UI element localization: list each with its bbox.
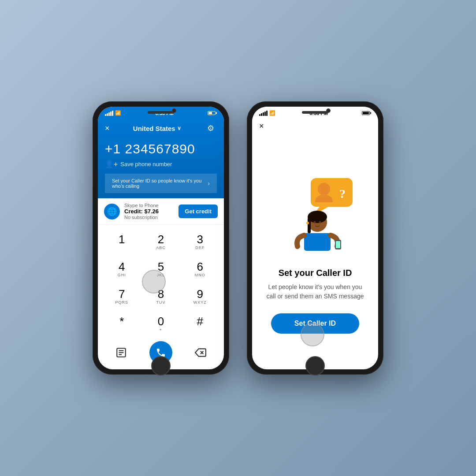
dialer-nav: × United States ∨ ⚙ bbox=[105, 118, 217, 138]
left-phone: 📶 6:36 PM × United States ∨ ⚙ bbox=[93, 101, 229, 375]
svg-point-18 bbox=[319, 221, 321, 223]
credit-info-left: 🌐 Skype to Phone Credit: $7.26 No subscr… bbox=[104, 203, 159, 220]
dial-key-1[interactable]: 1 bbox=[102, 228, 141, 256]
dial-key-0[interactable]: 0+ bbox=[141, 310, 181, 338]
home-button-left[interactable] bbox=[151, 356, 171, 376]
signal-bar-r1 bbox=[259, 114, 260, 116]
save-number-label: Save phone number bbox=[120, 161, 172, 167]
dial-key-4[interactable]: 4ghi bbox=[102, 256, 141, 283]
battery-icon-right bbox=[362, 111, 371, 115]
close-button-left[interactable]: × bbox=[105, 124, 110, 132]
get-credit-button[interactable]: Get credit bbox=[178, 205, 218, 218]
signal-bars bbox=[105, 111, 113, 116]
phone-number-display: +1 234567890 bbox=[105, 138, 217, 158]
dial-key-2[interactable]: 2abc bbox=[141, 228, 181, 256]
phone-camera-right bbox=[326, 108, 331, 113]
left-phone-screen: 📶 6:36 PM × United States ∨ ⚙ bbox=[98, 107, 224, 369]
contacts-button[interactable] bbox=[112, 343, 131, 362]
callerid-illustration: ? bbox=[271, 169, 359, 257]
phone-speaker-right bbox=[302, 111, 328, 114]
signal-bar-4 bbox=[110, 112, 112, 116]
signal-bar-5 bbox=[112, 111, 113, 116]
dial-key-9[interactable]: 9wxyz bbox=[180, 283, 219, 310]
banner-chevron-icon: › bbox=[208, 180, 210, 187]
signal-bar-r4 bbox=[264, 112, 266, 116]
dial-key-8[interactable]: 8tuv bbox=[141, 283, 181, 310]
chevron-down-icon: ∨ bbox=[177, 125, 181, 131]
signal-bar-r5 bbox=[266, 111, 268, 116]
credit-details: Skype to Phone Credit: $7.26 No subscrip… bbox=[124, 203, 159, 220]
credit-subscription: No subscription bbox=[124, 215, 159, 220]
set-callerid-button[interactable]: Set Caller ID bbox=[271, 313, 359, 334]
right-phone: 📶 6:36 PM × bbox=[247, 101, 383, 375]
banner-text: Set your Caller ID so people know it's y… bbox=[112, 178, 208, 189]
callerid-description: Let people know it's you when you call o… bbox=[265, 283, 365, 301]
credit-amount: Credit: $7.26 bbox=[124, 208, 159, 215]
callerid-header: × bbox=[252, 118, 378, 134]
dial-key-6[interactable]: 6mno bbox=[180, 256, 219, 283]
signal-bar-2 bbox=[107, 113, 108, 116]
status-left: 📶 bbox=[105, 110, 121, 116]
dial-key-7[interactable]: 7pqrs bbox=[102, 283, 141, 310]
svg-point-16 bbox=[306, 222, 309, 224]
dial-key-hash[interactable]: # bbox=[180, 310, 219, 338]
svg-text:?: ? bbox=[339, 187, 346, 201]
dial-key-3[interactable]: 3def bbox=[180, 228, 219, 256]
settings-button[interactable]: ⚙ bbox=[205, 122, 217, 134]
delete-button[interactable] bbox=[191, 343, 210, 362]
credit-label: Skype to Phone bbox=[124, 203, 159, 208]
wifi-icon-right: 📶 bbox=[269, 110, 275, 116]
svg-rect-12 bbox=[308, 218, 311, 233]
svg-rect-15 bbox=[336, 241, 340, 248]
gear-icon: ⚙ bbox=[207, 123, 214, 133]
signal-bar-1 bbox=[105, 114, 106, 116]
signal-bar-3 bbox=[108, 112, 110, 116]
dial-key-star[interactable]: * bbox=[102, 310, 141, 338]
signal-bar-r3 bbox=[263, 112, 264, 116]
save-icon: 👤+ bbox=[105, 160, 118, 168]
credit-section: 🌐 Skype to Phone Credit: $7.26 No subscr… bbox=[98, 198, 224, 225]
save-number-row[interactable]: 👤+ Save phone number bbox=[105, 158, 217, 172]
battery-icon-left bbox=[208, 111, 217, 115]
country-name: United States bbox=[133, 125, 175, 132]
svg-rect-6 bbox=[311, 178, 353, 207]
callerid-content: ? bbox=[252, 134, 378, 369]
signal-bars-right bbox=[259, 111, 268, 116]
skype-to-phone-icon: 🌐 bbox=[104, 204, 120, 219]
phone-speaker bbox=[148, 111, 174, 114]
dialpad-grid: 1 2abc 3def 4ghi 5jkl 6mno 7pqrs 8tuv 9w… bbox=[102, 228, 219, 338]
home-button-right[interactable] bbox=[305, 356, 325, 376]
svg-point-8 bbox=[318, 183, 330, 195]
callerid-nav: × bbox=[259, 122, 371, 130]
signal-bar-r2 bbox=[261, 113, 262, 116]
close-button-right[interactable]: × bbox=[259, 122, 264, 130]
caller-id-banner[interactable]: Set your Caller ID so people know it's y… bbox=[105, 174, 217, 193]
svg-rect-13 bbox=[304, 233, 331, 251]
country-selector[interactable]: United States ∨ bbox=[133, 125, 181, 132]
right-phone-screen: 📶 6:36 PM × bbox=[252, 107, 378, 369]
wifi-icon: 📶 bbox=[115, 110, 121, 116]
dialpad: 1 2abc 3def 4ghi 5jkl 6mno 7pqrs 8tuv 9w… bbox=[98, 225, 224, 369]
svg-point-17 bbox=[314, 221, 316, 223]
callerid-title: Set your Caller ID bbox=[279, 268, 352, 278]
status-left-right: 📶 bbox=[259, 110, 275, 116]
dial-key-5[interactable]: 5jkl bbox=[141, 256, 181, 283]
dialer-header: × United States ∨ ⚙ +1 234567890 👤+ Save… bbox=[98, 118, 224, 198]
phone-camera bbox=[172, 108, 176, 113]
